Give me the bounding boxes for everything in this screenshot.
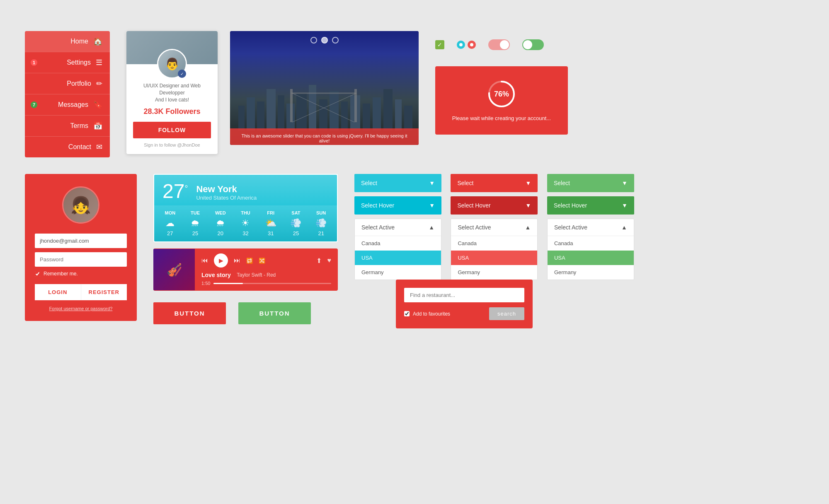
weather-days-row: MON ☁ 27 TUE 🌧 25 WED 🌧 20 THU ☀ 32 FRI …: [154, 205, 337, 241]
slider-dot-1[interactable]: [310, 37, 317, 43]
remember-checkbox[interactable]: [35, 271, 40, 277]
select-option-canada-green[interactable]: Canada: [548, 236, 634, 251]
svg-rect-8: [319, 99, 327, 130]
select-column-green: Select ▼ Select Hover ▼ Select Active ▲ …: [547, 174, 634, 280]
messages-icon: 🔖: [93, 100, 102, 109]
toggles-row: ✓ ✕ ✓: [435, 39, 544, 50]
radio-red[interactable]: [468, 41, 476, 49]
register-button[interactable]: REGISTER: [81, 284, 127, 300]
profile-card: 👨 ✓ UI/UIX Designer and Web DevelopperAn…: [126, 31, 218, 154]
verified-badge: ✓: [178, 70, 186, 78]
profile-card-background: 👨 ✓: [126, 31, 218, 64]
login-button[interactable]: LOGIN: [35, 284, 81, 300]
dropdown-arrow-green: ▼: [622, 180, 628, 186]
shuffle-button[interactable]: 🔀: [259, 258, 265, 264]
svg-rect-10: [341, 101, 348, 130]
green-button[interactable]: BUTTON: [238, 302, 311, 324]
slider-caption: This is an awesome slider that you can c…: [230, 128, 419, 145]
sidebar-item-contact[interactable]: Contact ✉: [25, 137, 110, 157]
svg-rect-7: [309, 85, 316, 130]
slider-dots: [310, 37, 339, 43]
settings-badge: 1: [30, 58, 38, 67]
select-dropdown-header-cyan[interactable]: Select Active ▲: [355, 219, 441, 236]
music-controls: ⏮ ▶ ⏭ 🔁 🔀 ⬆ ♥: [201, 253, 331, 268]
select-red-hover[interactable]: Select Hover ▼: [451, 196, 538, 215]
slider-dot-3[interactable]: [332, 37, 339, 43]
email-field[interactable]: [35, 234, 127, 248]
svg-rect-14: [383, 89, 393, 130]
toggle-off[interactable]: ✕: [488, 39, 510, 50]
music-progress-bar[interactable]: [213, 283, 331, 284]
checkmark-icon: ✓: [437, 41, 442, 48]
radio-cyan[interactable]: [457, 41, 465, 49]
buttons-row: BUTTON BUTTON: [153, 302, 311, 324]
slider-caption-bar: This is an awesome slider that you can c…: [230, 128, 419, 145]
slider-dot-2[interactable]: [321, 37, 328, 43]
password-field[interactable]: [35, 252, 127, 267]
next-button[interactable]: ⏭: [234, 257, 240, 264]
select-cyan-normal[interactable]: Select ▼: [354, 174, 441, 192]
prev-button[interactable]: ⏮: [201, 257, 208, 264]
sidebar-item-portfolio[interactable]: Portfolio ✏: [25, 73, 110, 94]
select-option-germany-cyan[interactable]: Germany: [355, 265, 441, 280]
sidebar-home-label: Home: [32, 38, 88, 45]
avatar-wrapper: 👨 ✓: [157, 49, 187, 79]
select-option-germany-red[interactable]: Germany: [451, 265, 537, 280]
select-option-usa-cyan[interactable]: USA: [355, 251, 441, 265]
weather-day-thu: THU ☀ 32: [234, 210, 257, 236]
collapse-icon-red: ▲: [525, 224, 531, 231]
select-active-label-green: Select Active: [554, 224, 587, 231]
select-red-normal[interactable]: Select ▼: [451, 174, 538, 192]
search-input[interactable]: [404, 288, 524, 302]
sidebar-item-messages[interactable]: 7 Messages 🔖: [25, 94, 110, 115]
repeat-button[interactable]: 🔁: [246, 258, 253, 264]
portfolio-icon: ✏: [96, 79, 102, 88]
play-button[interactable]: ▶: [214, 253, 228, 268]
select-option-usa-green[interactable]: USA: [548, 251, 634, 265]
sidebar-item-settings[interactable]: 1 Settings ☰: [25, 52, 110, 73]
select-dropdown-header-green[interactable]: Select Active ▲: [548, 219, 634, 236]
progress-message: Please wait while creating your account.…: [452, 115, 551, 121]
select-option-canada-cyan[interactable]: Canada: [355, 236, 441, 251]
select-cyan-hover[interactable]: Select Hover ▼: [354, 196, 441, 215]
svg-rect-9: [330, 91, 339, 130]
selects-area: Select ▼ Select Hover ▼ Select Active ▲ …: [354, 174, 642, 280]
login-avatar: 👧: [62, 186, 99, 224]
collapse-icon: ▲: [429, 224, 434, 231]
red-button[interactable]: BUTTON: [153, 302, 226, 324]
favourites-label: Add to favourites: [413, 311, 450, 317]
sidebar-item-terms[interactable]: Terms 📅: [25, 116, 110, 136]
search-button[interactable]: search: [489, 307, 524, 320]
favourites-checkbox[interactable]: [404, 311, 410, 316]
select-option-usa-red[interactable]: USA: [451, 251, 537, 265]
weather-day-sun: SUN 💨 21: [309, 210, 333, 236]
login-buttons: LOGIN REGISTER: [35, 284, 127, 300]
slider-background: This is an awesome slider that you can c…: [230, 31, 419, 145]
select-green-label: Select: [554, 180, 570, 186]
progress-card: 76% Please wait while creating your acco…: [435, 66, 568, 135]
select-green-normal[interactable]: Select ▼: [547, 174, 634, 192]
sidebar-item-home[interactable]: Home 🏠: [25, 31, 110, 52]
profile-description: UI/UIX Designer and Web DevelopperAnd I …: [133, 82, 211, 103]
login-avatar-image: 👧: [63, 188, 98, 222]
city-skyline-svg: [230, 81, 419, 130]
dropdown-arrow-icon: ▼: [429, 180, 435, 186]
weather-day-fri: FRI ⛅ 31: [259, 210, 283, 236]
share-button[interactable]: ⬆: [316, 257, 322, 265]
messages-badge: 7: [30, 101, 38, 109]
followers-count: 28.3K Followers: [133, 107, 211, 116]
select-cyan-hover-label: Select Hover: [361, 202, 394, 209]
toggle-on[interactable]: ✓: [522, 39, 544, 50]
select-option-canada-red[interactable]: Canada: [451, 236, 537, 251]
select-dropdown-header-red[interactable]: Select Active ▲: [451, 219, 537, 236]
toggle-knob: [500, 40, 509, 49]
select-option-germany-green[interactable]: Germany: [548, 265, 634, 280]
forgot-link[interactable]: Forgot username or password?: [49, 306, 113, 311]
weather-header: 27 ° New York United States Of America: [154, 175, 337, 205]
follow-button[interactable]: FOLLOW: [133, 122, 211, 138]
like-button[interactable]: ♥: [327, 257, 332, 264]
image-slider: This is an awesome slider that you can c…: [230, 31, 419, 145]
weather-day-tue: TUE 🌧 25: [184, 210, 207, 236]
select-green-hover[interactable]: Select Hover ▼: [547, 196, 634, 215]
checkbox-green-box[interactable]: ✓: [435, 40, 444, 49]
